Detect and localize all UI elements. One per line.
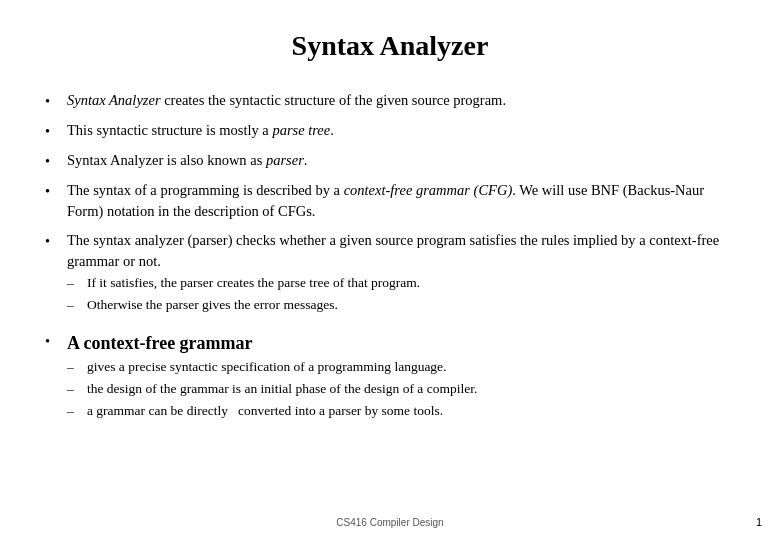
cfg-sub-dash-3: – [67, 402, 83, 421]
bullet-text-2: This syntactic structure is mostly a par… [67, 120, 735, 141]
sub-text-5-1: If it satisfies, the parser creates the … [87, 274, 420, 293]
bullet-item-5: • The syntax analyzer (parser) checks wh… [45, 230, 735, 322]
bullet-text-3: Syntax Analyzer is also known as parser. [67, 150, 735, 171]
context-free-header: A context-free grammar [67, 330, 253, 356]
cfg-sub-dash-2: – [67, 380, 83, 399]
slide-title: Syntax Analyzer [45, 30, 735, 62]
bullet-text-5: The syntax analyzer (parser) checks whet… [67, 230, 735, 272]
bullet-item-cfg: • A context-free grammar – gives a preci… [45, 330, 735, 428]
bullet-item-4: • The syntax of a programming is describ… [45, 180, 735, 222]
bullet-dot-3: • [45, 151, 63, 172]
cfg-sub-item-2: – the design of the grammar is an initia… [67, 380, 477, 399]
bullet-item-3: • Syntax Analyzer is also known as parse… [45, 150, 735, 172]
cfg-sub-item-1: – gives a precise syntactic specificatio… [67, 358, 477, 377]
sub-item-5-2: – Otherwise the parser gives the error m… [67, 296, 420, 315]
slide: Syntax Analyzer • Syntax Analyzer create… [0, 0, 780, 540]
bullet-text-1: Syntax Analyzer creates the syntactic st… [67, 90, 735, 111]
cfg-sub-text-2: the design of the grammar is an initial … [87, 380, 477, 399]
bullet-dot-2: • [45, 121, 63, 142]
bullet-dot-4: • [45, 181, 63, 202]
footer: CS416 Compiler Design [0, 517, 780, 528]
footer-page-number: 1 [756, 516, 762, 528]
bullet-5-sub-list: – If it satisfies, the parser creates th… [67, 274, 420, 318]
sub-text-5-2: Otherwise the parser gives the error mes… [87, 296, 420, 315]
bullet-item-1: • Syntax Analyzer creates the syntactic … [45, 90, 735, 112]
sub-dash-5-2: – [67, 296, 83, 315]
cfg-sub-dash-1: – [67, 358, 83, 377]
cfg-sub-list: – gives a precise syntactic specificatio… [67, 358, 477, 424]
bullet-dot-5: • [45, 231, 63, 252]
cfg-sub-item-3: – a grammar can be directly converted in… [67, 402, 477, 421]
bullet-item-2: • This syntactic structure is mostly a p… [45, 120, 735, 142]
bullet-dot-cfg: • [45, 331, 63, 352]
bullet-text-4: The syntax of a programming is described… [67, 180, 735, 222]
bullet-dot-1: • [45, 91, 63, 112]
sub-item-5-1: – If it satisfies, the parser creates th… [67, 274, 420, 293]
cfg-sub-text-3: a grammar can be directly converted into… [87, 402, 477, 421]
main-bullet-list: • Syntax Analyzer creates the syntactic … [45, 90, 735, 428]
sub-dash-5-1: – [67, 274, 83, 293]
cfg-sub-text-1: gives a precise syntactic specification … [87, 358, 477, 377]
footer-center-text: CS416 Compiler Design [336, 517, 443, 528]
